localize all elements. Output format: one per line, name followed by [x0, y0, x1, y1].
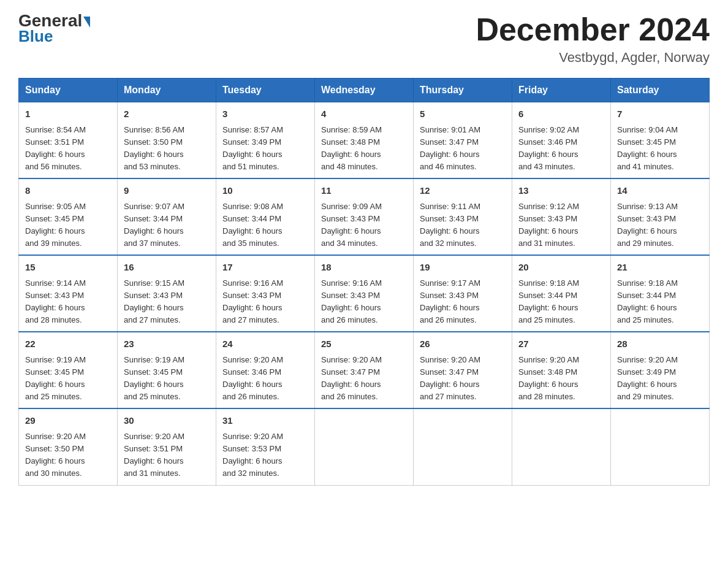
- day-cell: 28Sunrise: 9:20 AM Sunset: 3:49 PM Dayli…: [611, 332, 710, 408]
- day-number: 6: [518, 107, 604, 121]
- week-row-3: 15Sunrise: 9:14 AM Sunset: 3:43 PM Dayli…: [19, 255, 710, 332]
- day-number: 18: [321, 261, 407, 275]
- header-cell-wednesday: Wednesday: [315, 79, 414, 102]
- day-cell: 27Sunrise: 9:20 AM Sunset: 3:48 PM Dayli…: [512, 332, 611, 408]
- day-info: Sunrise: 9:20 AM Sunset: 3:49 PM Dayligh…: [617, 354, 703, 404]
- day-number: 15: [25, 261, 111, 275]
- day-number: 21: [617, 261, 703, 275]
- day-info: Sunrise: 8:54 AM Sunset: 3:51 PM Dayligh…: [25, 124, 111, 174]
- day-info: Sunrise: 9:18 AM Sunset: 3:44 PM Dayligh…: [617, 277, 703, 327]
- day-info: Sunrise: 9:15 AM Sunset: 3:43 PM Dayligh…: [124, 277, 210, 327]
- day-cell: 26Sunrise: 9:20 AM Sunset: 3:47 PM Dayli…: [414, 332, 512, 408]
- day-number: 4: [321, 107, 407, 121]
- day-cell: [512, 408, 611, 485]
- day-info: Sunrise: 9:19 AM Sunset: 3:45 PM Dayligh…: [25, 354, 111, 404]
- week-row-1: 1Sunrise: 8:54 AM Sunset: 3:51 PM Daylig…: [19, 102, 710, 179]
- day-cell: 29Sunrise: 9:20 AM Sunset: 3:50 PM Dayli…: [19, 408, 118, 485]
- day-cell: [611, 408, 710, 485]
- day-cell: 19Sunrise: 9:17 AM Sunset: 3:43 PM Dayli…: [414, 255, 512, 332]
- day-cell: 20Sunrise: 9:18 AM Sunset: 3:44 PM Dayli…: [512, 255, 611, 332]
- day-cell: 14Sunrise: 9:13 AM Sunset: 3:43 PM Dayli…: [611, 178, 710, 255]
- day-cell: [315, 408, 414, 485]
- day-number: 23: [124, 337, 210, 351]
- day-info: Sunrise: 9:08 AM Sunset: 3:44 PM Dayligh…: [222, 201, 308, 250]
- page-header: General Blue December 2024 Vestbygd, Agd…: [18, 12, 710, 66]
- day-info: Sunrise: 9:17 AM Sunset: 3:43 PM Dayligh…: [420, 277, 506, 327]
- day-info: Sunrise: 9:09 AM Sunset: 3:43 PM Dayligh…: [321, 201, 407, 250]
- day-cell: 3Sunrise: 8:57 AM Sunset: 3:49 PM Daylig…: [216, 102, 315, 179]
- title-block: December 2024 Vestbygd, Agder, Norway: [476, 12, 710, 66]
- day-number: 12: [420, 184, 506, 198]
- day-info: Sunrise: 9:20 AM Sunset: 3:48 PM Dayligh…: [518, 354, 604, 404]
- day-info: Sunrise: 9:11 AM Sunset: 3:43 PM Dayligh…: [420, 201, 506, 250]
- day-number: 28: [617, 337, 703, 351]
- day-info: Sunrise: 8:56 AM Sunset: 3:50 PM Dayligh…: [124, 124, 210, 174]
- day-cell: 31Sunrise: 9:20 AM Sunset: 3:53 PM Dayli…: [216, 408, 315, 485]
- day-info: Sunrise: 9:04 AM Sunset: 3:45 PM Dayligh…: [617, 124, 703, 174]
- day-number: 1: [25, 107, 111, 121]
- day-cell: 5Sunrise: 9:01 AM Sunset: 3:47 PM Daylig…: [414, 102, 512, 179]
- day-info: Sunrise: 9:01 AM Sunset: 3:47 PM Dayligh…: [420, 124, 506, 174]
- day-cell: 10Sunrise: 9:08 AM Sunset: 3:44 PM Dayli…: [216, 178, 315, 255]
- day-cell: 15Sunrise: 9:14 AM Sunset: 3:43 PM Dayli…: [19, 255, 118, 332]
- header-cell-saturday: Saturday: [611, 79, 710, 102]
- location: Vestbygd, Agder, Norway: [476, 50, 710, 66]
- day-info: Sunrise: 8:59 AM Sunset: 3:48 PM Dayligh…: [321, 124, 407, 174]
- day-info: Sunrise: 9:16 AM Sunset: 3:43 PM Dayligh…: [222, 277, 308, 327]
- day-cell: 4Sunrise: 8:59 AM Sunset: 3:48 PM Daylig…: [315, 102, 414, 179]
- day-number: 30: [124, 414, 210, 428]
- day-cell: 24Sunrise: 9:20 AM Sunset: 3:46 PM Dayli…: [216, 332, 315, 408]
- day-cell: 7Sunrise: 9:04 AM Sunset: 3:45 PM Daylig…: [611, 102, 710, 179]
- day-info: Sunrise: 9:14 AM Sunset: 3:43 PM Dayligh…: [25, 277, 111, 327]
- day-info: Sunrise: 9:20 AM Sunset: 3:47 PM Dayligh…: [321, 354, 407, 404]
- day-cell: 9Sunrise: 9:07 AM Sunset: 3:44 PM Daylig…: [118, 178, 216, 255]
- day-number: 17: [222, 261, 308, 275]
- header-cell-tuesday: Tuesday: [216, 79, 315, 102]
- day-cell: 2Sunrise: 8:56 AM Sunset: 3:50 PM Daylig…: [118, 102, 216, 179]
- header-cell-monday: Monday: [118, 79, 216, 102]
- day-number: 16: [124, 261, 210, 275]
- header-cell-thursday: Thursday: [414, 79, 512, 102]
- day-number: 19: [420, 261, 506, 275]
- day-info: Sunrise: 9:20 AM Sunset: 3:46 PM Dayligh…: [222, 354, 308, 404]
- day-number: 29: [25, 414, 111, 428]
- day-info: Sunrise: 9:13 AM Sunset: 3:43 PM Dayligh…: [617, 201, 703, 250]
- day-number: 2: [124, 107, 210, 121]
- day-number: 9: [124, 184, 210, 198]
- day-number: 26: [420, 337, 506, 351]
- day-cell: 11Sunrise: 9:09 AM Sunset: 3:43 PM Dayli…: [315, 178, 414, 255]
- day-number: 24: [222, 337, 308, 351]
- day-cell: [414, 408, 512, 485]
- header-cell-friday: Friday: [512, 79, 611, 102]
- day-info: Sunrise: 9:12 AM Sunset: 3:43 PM Dayligh…: [518, 201, 604, 250]
- day-cell: 22Sunrise: 9:19 AM Sunset: 3:45 PM Dayli…: [19, 332, 118, 408]
- week-row-2: 8Sunrise: 9:05 AM Sunset: 3:45 PM Daylig…: [19, 178, 710, 255]
- day-info: Sunrise: 9:20 AM Sunset: 3:47 PM Dayligh…: [420, 354, 506, 404]
- day-info: Sunrise: 9:05 AM Sunset: 3:45 PM Dayligh…: [25, 201, 111, 250]
- day-number: 20: [518, 261, 604, 275]
- month-title: December 2024: [476, 12, 710, 47]
- day-cell: 17Sunrise: 9:16 AM Sunset: 3:43 PM Dayli…: [216, 255, 315, 332]
- logo: General Blue: [18, 12, 90, 46]
- day-cell: 30Sunrise: 9:20 AM Sunset: 3:51 PM Dayli…: [118, 408, 216, 485]
- day-info: Sunrise: 8:57 AM Sunset: 3:49 PM Dayligh…: [222, 124, 308, 174]
- day-number: 5: [420, 107, 506, 121]
- week-row-4: 22Sunrise: 9:19 AM Sunset: 3:45 PM Dayli…: [19, 332, 710, 408]
- day-cell: 12Sunrise: 9:11 AM Sunset: 3:43 PM Dayli…: [414, 178, 512, 255]
- day-number: 13: [518, 184, 604, 198]
- week-row-5: 29Sunrise: 9:20 AM Sunset: 3:50 PM Dayli…: [19, 408, 710, 485]
- day-number: 14: [617, 184, 703, 198]
- day-number: 27: [518, 337, 604, 351]
- day-info: Sunrise: 9:20 AM Sunset: 3:50 PM Dayligh…: [25, 431, 111, 480]
- day-cell: 21Sunrise: 9:18 AM Sunset: 3:44 PM Dayli…: [611, 255, 710, 332]
- day-cell: 18Sunrise: 9:16 AM Sunset: 3:43 PM Dayli…: [315, 255, 414, 332]
- day-cell: 8Sunrise: 9:05 AM Sunset: 3:45 PM Daylig…: [19, 178, 118, 255]
- day-cell: 23Sunrise: 9:19 AM Sunset: 3:45 PM Dayli…: [118, 332, 216, 408]
- calendar-body: 1Sunrise: 8:54 AM Sunset: 3:51 PM Daylig…: [19, 102, 710, 485]
- day-cell: 13Sunrise: 9:12 AM Sunset: 3:43 PM Dayli…: [512, 178, 611, 255]
- day-info: Sunrise: 9:19 AM Sunset: 3:45 PM Dayligh…: [124, 354, 210, 404]
- calendar-table: SundayMondayTuesdayWednesdayThursdayFrid…: [18, 78, 710, 485]
- day-cell: 25Sunrise: 9:20 AM Sunset: 3:47 PM Dayli…: [315, 332, 414, 408]
- day-number: 25: [321, 337, 407, 351]
- day-info: Sunrise: 9:07 AM Sunset: 3:44 PM Dayligh…: [124, 201, 210, 250]
